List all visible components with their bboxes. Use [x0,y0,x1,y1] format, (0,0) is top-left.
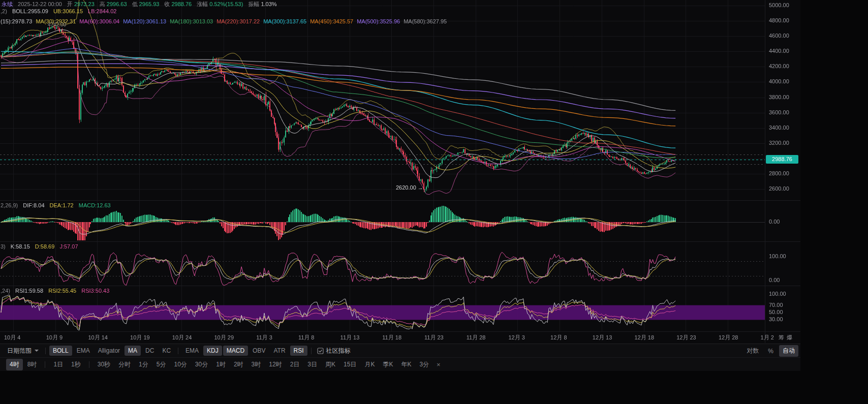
date-tick-label: 12月 8 [550,334,567,341]
price-tick-label: 4200.00 [769,63,789,69]
scale-option-group: 对数%自动 [743,344,798,358]
period-chip[interactable]: 3时 [248,359,265,370]
date-tick-label: 1月 2 [761,334,774,341]
period-chip[interactable]: 月K [361,359,378,370]
period-chip[interactable]: 3日 [304,359,321,370]
price-tick-label: 3400.00 [769,125,789,131]
period-toolbar: 4时8时1日1秒30秒分时1分5分10分30分1时2时3时12时2日3日周K15… [0,357,800,371]
date-tick-label: 12月 3 [508,334,524,341]
date-tick-label: 12月 28 [719,334,738,341]
period-chip[interactable]: 8时 [24,359,41,370]
price-tick-label: 2800.00 [769,170,789,176]
indicator-chip[interactable]: ATR [270,346,289,356]
date-range-label: 日期范围 [7,347,32,355]
date-tick-label: 11月 18 [382,334,401,341]
kdj-panel-chart[interactable] [0,242,765,286]
sub-axis-label: 70.00 [769,302,783,308]
price-tick-label: 3200.00 [769,140,789,146]
period-chip[interactable]: 1分 [135,359,152,370]
macd-panel-chart[interactable] [0,201,765,241]
indicator-toolbar: 日期范围 BOLLEMAAlligatorMADCKC EMAKDJMACDOB… [0,344,800,357]
panel-divider [0,200,800,201]
chart-side-toggles: 筹爆 [779,334,792,341]
indicator-chip[interactable]: EMA [182,346,202,356]
price-axis[interactable]: 2988.76 5000.004800.004600.004400.004200… [765,0,800,343]
community-indicators-button[interactable]: 社区指标 [317,347,351,355]
date-tick-label: 10月 19 [130,334,150,341]
close-periods-button[interactable]: × [433,359,444,370]
scale-option-chip[interactable]: 对数 [743,345,762,357]
period-chip[interactable]: 季K [379,359,396,370]
toolbar-separator [311,348,312,354]
date-tick-label: 10月 4 [4,334,20,341]
sub-axis-label: 100.00 [769,291,786,297]
price-tick-label: 4600.00 [769,33,789,39]
period-chip[interactable]: 年K [397,359,415,370]
price-tick-label: 4000.00 [769,78,789,84]
price-tick-label: 3800.00 [769,94,789,100]
indicator-chip[interactable]: MACD [223,346,248,356]
sub-axis-label: 0.00 [769,219,780,225]
period-chip[interactable]: 30分 [192,359,211,370]
date-tick-label: 12月 13 [593,334,612,341]
scale-option-chip[interactable]: % [764,346,777,356]
date-tick-label: 11月 23 [424,334,444,341]
indicator-chip[interactable]: KC [159,346,174,356]
period-chip[interactable]: 1日 [50,359,67,370]
community-indicators-label: 社区指标 [326,347,351,355]
date-tick-label: 11月 13 [340,334,360,341]
period-chip[interactable]: 30秒 [94,359,114,370]
sub-indicator-group: EMAKDJMACDOBVATRRSI [182,346,307,356]
date-tick-label: 11月 3 [256,334,272,341]
date-tick-label: 10月 9 [46,334,63,341]
toolbar-separator [45,361,45,368]
chevron-down-icon [35,350,39,352]
panel-divider [0,241,800,242]
trading-app: 永续 2025-12-22 00:00 开2973.23 高2996.63 低2… [0,0,868,404]
current-price-badge: 2988.76 [766,155,798,164]
sub-axis-label: 30.00 [769,316,783,322]
indicator-chip[interactable]: MA [125,346,141,356]
period-chip[interactable]: 10分 [170,359,190,370]
price-tick-label: 4400.00 [769,48,789,54]
period-chip[interactable]: 2日 [287,359,303,370]
date-range-button[interactable]: 日期范围 [4,345,42,357]
price-tick-label: 3600.00 [769,109,789,115]
date-tick-label: 10月 29 [214,334,234,341]
indicator-chip[interactable]: RSI [290,346,307,356]
date-tick-label: 12月 18 [635,334,655,341]
rsi-panel-chart[interactable] [0,286,765,332]
toolbar-separator [45,348,46,354]
chart-stack: 永续 2025-12-22 00:00 开2973.23 高2996.63 低2… [0,0,800,344]
indicator-chip[interactable]: KDJ [203,346,222,356]
indicator-chip[interactable]: BOLL [49,346,72,356]
period-chip[interactable]: 15日 [340,359,360,370]
period-chip[interactable]: 5分 [153,359,170,370]
indicator-chip[interactable]: DC [142,346,158,356]
indicator-chip[interactable]: Alligator [95,346,123,356]
price-tick-label: 4800.00 [769,17,789,23]
period-chip[interactable]: 分时 [115,359,134,370]
panel-divider [0,286,800,286]
chart-side-toggle-button[interactable]: 爆 [787,334,792,341]
sub-axis-label: 0.00 [769,277,780,283]
main-indicator-group: BOLLEMAAlligatorMADCKC [49,346,174,356]
scale-option-chip[interactable]: 自动 [779,345,798,357]
period-chip[interactable]: 1时 [212,359,229,370]
main-price-chart[interactable] [0,0,765,200]
indicator-chip[interactable]: EMA [73,346,94,356]
date-axis[interactable]: 10月 410月 910月 1410月 1910月 2410月 2911月 31… [0,332,765,343]
period-chip[interactable]: 1秒 [68,359,84,370]
date-tick-label: 10月 14 [88,334,108,341]
period-chip[interactable]: 3分 [416,359,432,370]
period-chip[interactable]: 12时 [265,359,285,370]
period-chip[interactable]: 周K [322,359,339,370]
chart-side-toggle-button[interactable]: 筹 [779,334,784,341]
price-tick-label: 2600.00 [769,185,789,192]
indicator-chip[interactable]: OBV [249,346,269,356]
toolbar-separator [178,348,178,354]
period-chip[interactable]: 4时 [6,359,23,370]
period-chip[interactable]: 2时 [230,359,247,370]
date-tick-label: 10月 24 [172,334,192,341]
period-group: 4时8时1日1秒30秒分时1分5分10分30分1时2时3时12时2日3日周K15… [6,359,444,370]
